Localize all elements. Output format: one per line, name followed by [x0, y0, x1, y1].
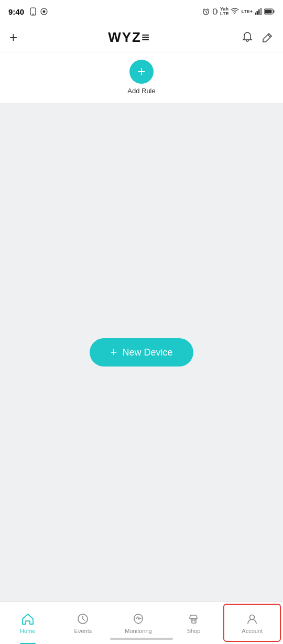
svg-rect-22 — [193, 619, 195, 621]
add-rule-section: + Add Rule — [0, 52, 283, 104]
home-nav-label: Home — [20, 628, 35, 634]
new-device-label: New Device — [122, 347, 172, 358]
status-left: 9:40 — [8, 7, 48, 16]
nav-item-shop[interactable]: Shop — [166, 602, 222, 644]
header: + WYZ≡ — [0, 23, 283, 52]
svg-rect-13 — [257, 11, 258, 15]
svg-rect-12 — [255, 13, 256, 15]
main-content: + New Device — [0, 104, 283, 601]
music-icon — [40, 7, 48, 16]
svg-rect-18 — [265, 10, 272, 14]
add-rule-plus-icon: + — [137, 64, 145, 78]
time-display: 9:40 — [8, 7, 24, 16]
status-bar: 9:40 — [0, 0, 283, 23]
svg-point-23 — [250, 615, 255, 619]
app-logo: WYZ≡ — [108, 29, 150, 46]
account-icon — [245, 612, 259, 626]
shop-nav-label: Shop — [187, 628, 201, 634]
signal-bars-icon — [255, 8, 262, 15]
signal-lte-text: YahLTE — [220, 7, 228, 16]
events-nav-label: Events — [74, 628, 92, 634]
account-nav-label: Account — [242, 628, 263, 634]
wifi-icon — [231, 8, 239, 15]
nav-item-home[interactable]: Home — [0, 602, 56, 644]
nav-item-events[interactable]: Events — [56, 602, 111, 644]
vibrate-icon — [212, 8, 218, 15]
monitoring-icon — [132, 612, 145, 626]
header-actions — [241, 31, 274, 44]
home-indicator — [110, 638, 173, 640]
svg-line-7 — [203, 9, 204, 10]
new-device-button[interactable]: + New Device — [90, 338, 194, 367]
svg-line-6 — [206, 12, 207, 13]
svg-line-8 — [208, 9, 209, 10]
events-icon — [76, 612, 90, 626]
svg-rect-14 — [258, 9, 260, 15]
shop-icon — [187, 612, 201, 626]
add-rule-label: Add Rule — [127, 87, 155, 95]
lte-plus-text: LTE+ — [241, 9, 253, 14]
new-device-plus-icon: + — [111, 347, 117, 358]
app-wrapper: 9:40 — [0, 0, 283, 644]
nav-item-account[interactable]: Account — [223, 604, 281, 642]
svg-rect-17 — [274, 10, 275, 13]
battery-icon — [264, 8, 275, 15]
edit-icon[interactable] — [261, 31, 274, 44]
phone-icon — [29, 7, 37, 16]
add-rule-button[interactable]: + — [129, 60, 154, 84]
monitoring-nav-label: Monitoring — [125, 628, 151, 634]
notification-icon[interactable] — [241, 31, 254, 44]
svg-rect-15 — [260, 8, 262, 15]
alarm-icon — [202, 8, 210, 15]
home-icon — [21, 612, 35, 626]
svg-rect-9 — [213, 9, 216, 14]
header-add-button[interactable]: + — [9, 29, 17, 46]
svg-point-3 — [43, 10, 46, 13]
status-right: YahLTE LTE+ — [202, 7, 275, 16]
